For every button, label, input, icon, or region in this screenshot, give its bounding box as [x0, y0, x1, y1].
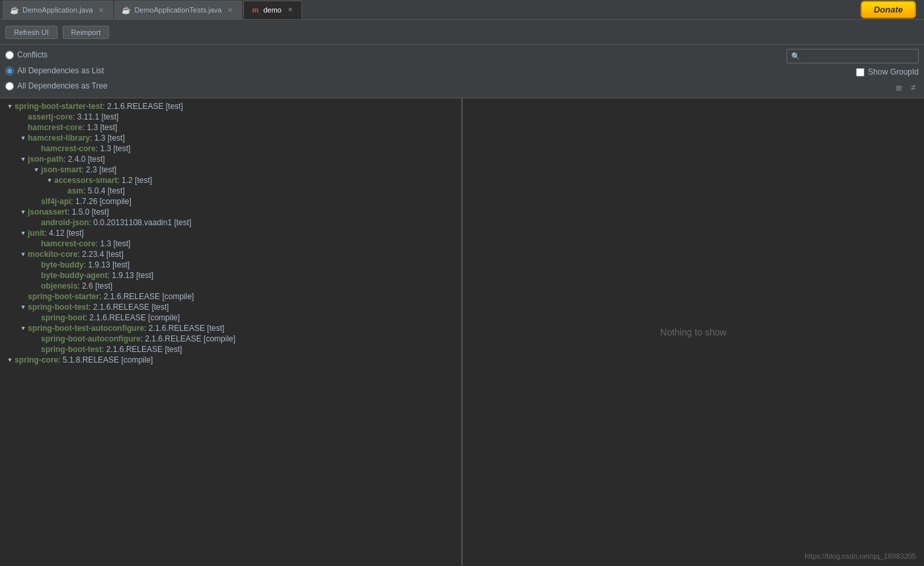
tree-item[interactable]: spring-boot-test : 2.1.6.RELEASE [test]: [0, 344, 461, 355]
dep-version: : 2.1.6.RELEASE [compile]: [99, 292, 194, 301]
tree-arrow-icon: ▼: [32, 166, 41, 173]
controls-section: Conflicts All Dependencies as List Show …: [0, 45, 924, 98]
dep-version: : 1.5.0 [test]: [67, 207, 109, 217]
tree-item[interactable]: ▼json-path : 2.4.0 [test]: [0, 154, 461, 164]
tree-arrow-icon: ▼: [5, 357, 15, 363]
filter-icons: ≣ ≠: [892, 81, 919, 94]
dep-version: : 2.1.6.RELEASE [test]: [144, 324, 224, 333]
all-deps-tree-radio[interactable]: [5, 82, 14, 90]
tab-close-1[interactable]: ✕: [96, 6, 106, 15]
conflicts-radio[interactable]: [5, 51, 14, 59]
search-input[interactable]: [787, 49, 919, 63]
refresh-ui-button[interactable]: Refresh UI: [5, 26, 58, 39]
tree-item[interactable]: hamcrest-core : 1.3 [test]: [0, 122, 461, 133]
dep-name: hamcrest-library: [28, 133, 90, 143]
dependency-tree[interactable]: ▼spring-boot-starter-test : 2.1.6.RELEAS…: [0, 98, 463, 565]
tree-item[interactable]: byte-buddy-agent : 1.9.13 [test]: [0, 270, 461, 281]
tree-item[interactable]: spring-boot-autoconfigure : 2.1.6.RELEAS…: [0, 334, 461, 344]
tree-item[interactable]: ▼spring-boot-test-autoconfigure : 2.1.6.…: [0, 323, 461, 334]
dep-version: : 5.0.4 [test]: [83, 186, 125, 195]
tree-item[interactable]: spring-boot-starter : 2.1.6.RELEASE [com…: [0, 291, 461, 302]
dep-version: : 2.1.6.RELEASE [test]: [89, 302, 169, 312]
tree-item[interactable]: ▼hamcrest-library : 1.3 [test]: [0, 133, 461, 143]
tree-arrow-icon: ▼: [19, 156, 28, 162]
tab-demoapplication[interactable]: ☕ DemoApplication.java ✕: [3, 1, 113, 19]
donate-button[interactable]: Donate: [861, 1, 916, 18]
dep-version: : 1.3 [test]: [96, 144, 131, 153]
all-deps-list-radio[interactable]: [5, 67, 14, 75]
dep-version: : 5.1.8.RELEASE [compile]: [58, 355, 153, 365]
tree-arrow-icon: ▼: [19, 135, 28, 141]
dep-name: objenesis: [41, 281, 77, 291]
tab-demo[interactable]: m demo ✕: [243, 1, 302, 19]
java-icon: ☕: [10, 5, 19, 15]
dep-name: accessors-smart: [54, 176, 117, 185]
dep-version: : 1.3 [test]: [90, 133, 125, 143]
tree-item[interactable]: ▼junit : 4.12 [test]: [0, 228, 461, 238]
tree-item[interactable]: android-json : 0.0.20131108.vaadin1 [tes…: [0, 217, 461, 228]
dep-name: spring-boot-starter: [28, 292, 99, 301]
show-group-id-checkbox[interactable]: [856, 68, 865, 77]
tree-item[interactable]: asm : 5.0.4 [test]: [0, 186, 461, 196]
tree-item[interactable]: ▼spring-boot-test : 2.1.6.RELEASE [test]: [0, 302, 461, 312]
tree-item[interactable]: assertj-core : 3.11.1 [test]: [0, 112, 461, 122]
tree-item[interactable]: ▼spring-boot-starter-test : 2.1.6.RELEAS…: [0, 101, 461, 112]
collapse-all-icon[interactable]: ≣: [892, 81, 905, 94]
tree-item[interactable]: ▼accessors-smart : 1.2 [test]: [0, 175, 461, 186]
dep-name: spring-core: [15, 355, 58, 365]
dep-version: : 2.3 [test]: [81, 165, 116, 174]
dep-name: byte-buddy-agent: [41, 271, 108, 280]
dep-version: : 1.7.26 [compile]: [71, 197, 131, 206]
tree-arrow-icon: ▼: [19, 251, 28, 258]
dep-name: spring-boot-starter-test: [15, 102, 102, 111]
dep-name: spring-boot-test: [28, 302, 89, 312]
maven-icon: m: [250, 5, 260, 15]
dep-version: : 2.6 [test]: [77, 281, 112, 291]
dep-name: junit: [28, 229, 44, 238]
tree-arrow-icon: ▼: [19, 325, 28, 332]
tree-item[interactable]: slf4j-api : 1.7.26 [compile]: [0, 196, 461, 207]
dep-version: : 1.3 [test]: [83, 123, 118, 132]
tree-item[interactable]: spring-boot : 2.1.6.RELEASE [compile]: [0, 312, 461, 323]
dep-name: assertj-core: [28, 112, 73, 122]
tab-demoapplicationtests[interactable]: ☕ DemoApplicationTests.java ✕: [114, 1, 242, 19]
dep-version: : 2.1.6.RELEASE [compile]: [141, 334, 235, 343]
tree-item[interactable]: ▼spring-core : 5.1.8.RELEASE [compile]: [0, 355, 461, 365]
show-group-id-label[interactable]: Show GroupId: [856, 67, 919, 77]
dep-version: : 2.1.6.RELEASE [compile]: [85, 313, 180, 322]
dep-version: : 2.23.4 [test]: [77, 250, 123, 259]
dep-name: mockito-core: [28, 250, 77, 259]
tree-item[interactable]: byte-buddy : 1.9.13 [test]: [0, 260, 461, 270]
java-test-icon: ☕: [122, 5, 131, 15]
dep-name: json-smart: [41, 165, 81, 174]
dep-version: : 2.1.6.RELEASE [test]: [102, 102, 182, 111]
expand-all-icon[interactable]: ≠: [908, 81, 919, 94]
reimport-button[interactable]: Reimport: [63, 26, 110, 39]
dep-name: hamcrest-core: [41, 144, 96, 153]
tree-item[interactable]: objenesis : 2.6 [test]: [0, 281, 461, 291]
dep-name: jsonassert: [28, 207, 67, 217]
tab-close-2[interactable]: ✕: [225, 6, 235, 15]
dep-version: : 1.9.13 [test]: [84, 260, 130, 269]
bottom-link: https://blog.csdn.net/qq_18983205: [804, 552, 916, 560]
dep-version: : 0.0.20131108.vaadin1 [test]: [89, 218, 192, 227]
tree-item[interactable]: hamcrest-core : 1.3 [test]: [0, 143, 461, 154]
tree-item[interactable]: ▼mockito-core : 2.23.4 [test]: [0, 249, 461, 260]
tree-arrow-icon: ▼: [19, 209, 28, 215]
dep-name: android-json: [41, 218, 89, 227]
tree-item[interactable]: ▼json-smart : 2.3 [test]: [0, 164, 461, 175]
conflicts-radio-label[interactable]: Conflicts: [5, 50, 48, 59]
dep-name: asm: [67, 186, 83, 195]
tree-item[interactable]: hamcrest-core : 1.3 [test]: [0, 238, 461, 249]
tree-arrow-icon: ▼: [45, 177, 54, 184]
dep-name: spring-boot-autoconfigure: [41, 334, 141, 343]
main-content: ▼spring-boot-starter-test : 2.1.6.RELEAS…: [0, 98, 924, 565]
all-deps-list-radio-label[interactable]: All Dependencies as List: [5, 66, 104, 75]
all-deps-tree-radio-label[interactable]: All Dependencies as Tree: [5, 81, 108, 90]
tab-close-3[interactable]: ✕: [286, 5, 295, 14]
dep-name: json-path: [28, 155, 63, 164]
tree-item[interactable]: ▼jsonassert : 1.5.0 [test]: [0, 207, 461, 217]
dep-name: hamcrest-core: [41, 239, 96, 248]
tree-arrow-icon: ▼: [19, 304, 28, 310]
dep-version: : 1.2 [test]: [117, 176, 152, 185]
